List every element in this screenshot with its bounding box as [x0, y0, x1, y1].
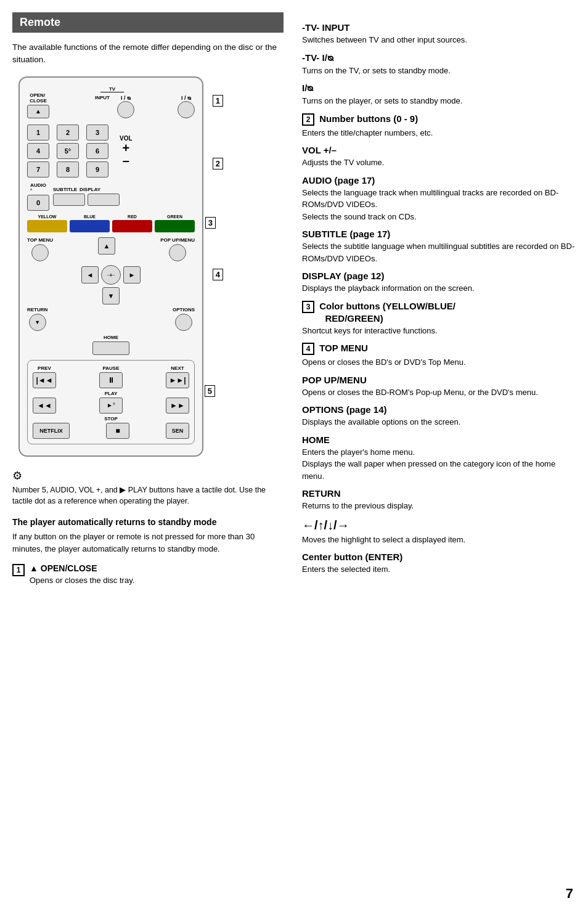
vol-plus[interactable]: + — [122, 142, 129, 154]
number-buttons-title: 2 Number buttons (0 - 9) — [302, 113, 576, 126]
ff-btn[interactable]: ►► — [166, 398, 189, 414]
dpad-center-btn[interactable]: ·+· — [101, 265, 121, 285]
options-btn[interactable] — [175, 314, 192, 331]
vol-entry-desc: Adjusts the TV volume. — [302, 157, 576, 169]
sen-btn[interactable]: SEN — [166, 423, 189, 439]
btn-2[interactable]: 2 — [57, 124, 79, 141]
btn-7[interactable]: 7 — [27, 161, 49, 177]
popup-menu-group: POP UP/MENU — [160, 237, 195, 261]
player-power-btn[interactable] — [178, 101, 195, 118]
pause-btn[interactable]: ⏸ — [99, 372, 123, 388]
color-row: YELLOW BLUE RED GREEN — [27, 214, 195, 232]
number-section: 1 2 3 4 5° 6 7 8 9 VOL + — [27, 124, 195, 177]
top-menu-group: TOP MENU — [27, 237, 53, 261]
badge-4: 4 — [302, 343, 314, 355]
display-entry-desc: Displays the playback information on the… — [302, 282, 576, 295]
sub-display-btns2 — [53, 194, 120, 206]
blue-group: BLUE — [70, 214, 110, 232]
popup-menu-btn[interactable] — [169, 244, 186, 261]
dpad-up-btn[interactable]: ▲ — [98, 237, 115, 255]
num-section-inner: 1 2 3 4 5° 6 7 8 9 VOL + — [27, 124, 195, 177]
rew-btn[interactable]: ◄◄ — [33, 398, 56, 414]
dpad-down-btn[interactable]: ▼ — [102, 287, 120, 304]
red-label: RED — [128, 214, 137, 219]
entry-top-menu: 4 TOP MENU Opens or closes the BD's or D… — [302, 343, 576, 369]
play-btn[interactable]: ►° — [99, 398, 123, 414]
open-close-btn[interactable]: ▲ — [27, 105, 49, 118]
btn-1[interactable]: 1 — [27, 124, 49, 141]
dpad-right-btn[interactable]: ► — [123, 266, 141, 284]
top-menu-btn[interactable] — [31, 244, 49, 261]
tv-power-title: -TV- I/ᴓ — [302, 52, 576, 63]
options-entry-desc: Displays the available options on the sc… — [302, 416, 576, 428]
dpad-bottom-row: ▼ — [27, 287, 195, 304]
popup-menu-entry-desc: Opens or closes the BD-ROM's Pop-up Menu… — [302, 386, 576, 399]
btn-6[interactable]: 6 — [86, 143, 108, 159]
entry-vol: VOL +/– Adjusts the TV volume. — [302, 145, 576, 169]
player-power-desc: Turns on the player, or sets to standby … — [302, 95, 576, 107]
tv-input-group: INPUT — [90, 95, 115, 118]
red-btn[interactable] — [112, 220, 152, 232]
open-close-item: 1 ▲ OPEN/CLOSE Opens or closes the disc … — [12, 563, 284, 587]
play-section-label: PLAY — [33, 391, 189, 396]
section-title: Remote — [12, 12, 284, 33]
next-btn[interactable]: ►►| — [166, 372, 189, 388]
btn-9[interactable]: 9 — [86, 161, 108, 177]
sub-display-btns: SUBTITLE DISPLAY — [53, 187, 100, 192]
home-label: HOME — [104, 335, 118, 340]
btn-4[interactable]: 4 — [27, 143, 49, 159]
stop-btn[interactable]: ■ — [106, 423, 129, 439]
return-btn[interactable]: ▼ — [29, 314, 46, 331]
blue-label: BLUE — [84, 214, 96, 219]
yellow-btn[interactable] — [27, 220, 67, 232]
popup-menu-label: POP UP/MENU — [160, 237, 195, 243]
entry-options: OPTIONS (page 14) Displays the available… — [302, 404, 576, 428]
tip-section: ⚙ Number 5, AUDIO, VOL +, and ▶ PLAY but… — [12, 468, 284, 508]
asd-row: AUDIO° 0 SUBTITLE DISPLAY — [27, 182, 195, 211]
pb-top-row: PREV |◄◄ PAUSE ⏸ NEXT ►►| — [33, 365, 189, 388]
tv-power-group: I / ᴓ — [117, 95, 134, 118]
blue-btn[interactable] — [70, 220, 110, 232]
badge-2: 2 — [302, 113, 314, 126]
btn-0[interactable]: 0 — [27, 195, 49, 211]
display-btn[interactable] — [88, 194, 120, 206]
yellow-label: YELLOW — [38, 214, 57, 219]
vol-minus[interactable]: – — [123, 154, 129, 166]
standby-section: The player automatically returns to stan… — [12, 517, 284, 555]
netflix-btn[interactable]: NETFLIX — [33, 423, 70, 439]
entry-player-power: I/ᴓ Turns on the player, or sets to stan… — [302, 83, 576, 107]
color-section: YELLOW BLUE RED GREEN — [27, 214, 195, 232]
next-group: NEXT ►►| — [166, 365, 189, 388]
red-group: RED — [112, 214, 152, 232]
tv-power-btn[interactable] — [117, 101, 134, 118]
subtitle-btn[interactable] — [53, 194, 85, 206]
audio-label: AUDIO° — [30, 182, 46, 194]
right-column: -TV- INPUT Switches between TV and other… — [296, 12, 576, 902]
entry-audio: AUDIO (page 17) Selects the language tra… — [302, 175, 576, 223]
up-btn-group: ▲ — [98, 237, 115, 256]
label-1: 1 — [213, 95, 223, 107]
stop-row: NETFLIX ■ SEN — [33, 423, 189, 439]
open-close-content: ▲ OPEN/CLOSE Opens or closes the disc tr… — [30, 563, 134, 587]
home-btn[interactable] — [92, 341, 129, 355]
green-btn[interactable] — [155, 220, 195, 232]
tv-input-title: -TV- INPUT — [302, 22, 576, 33]
number-grid: 1 2 3 4 5° 6 7 8 9 — [27, 124, 113, 177]
tip-icon: ⚙ — [12, 470, 22, 482]
home-group: HOME — [92, 335, 129, 355]
label-2: 2 — [213, 158, 223, 169]
dpad-left-btn[interactable]: ◄ — [81, 266, 99, 284]
label-5: 5 — [205, 385, 215, 397]
btn-3[interactable]: 3 — [86, 124, 108, 141]
label-3: 3 — [205, 217, 216, 229]
btn-8[interactable]: 8 — [57, 161, 79, 177]
tv-power-label: I / ᴓ — [121, 95, 131, 101]
prev-btn[interactable]: |◄◄ — [33, 372, 56, 388]
options-group: OPTIONS — [173, 307, 195, 331]
entry-number-buttons: 2 Number buttons (0 - 9) Enters the titl… — [302, 113, 576, 139]
entry-tv-input: -TV- INPUT Switches between TV and other… — [302, 22, 576, 46]
btn-5[interactable]: 5° — [57, 143, 79, 159]
pause-group: PAUSE ⏸ — [99, 365, 123, 388]
label-box-2: 2 — [213, 158, 223, 169]
playback-section: PREV |◄◄ PAUSE ⏸ NEXT ►►| PLAY — [27, 360, 195, 444]
